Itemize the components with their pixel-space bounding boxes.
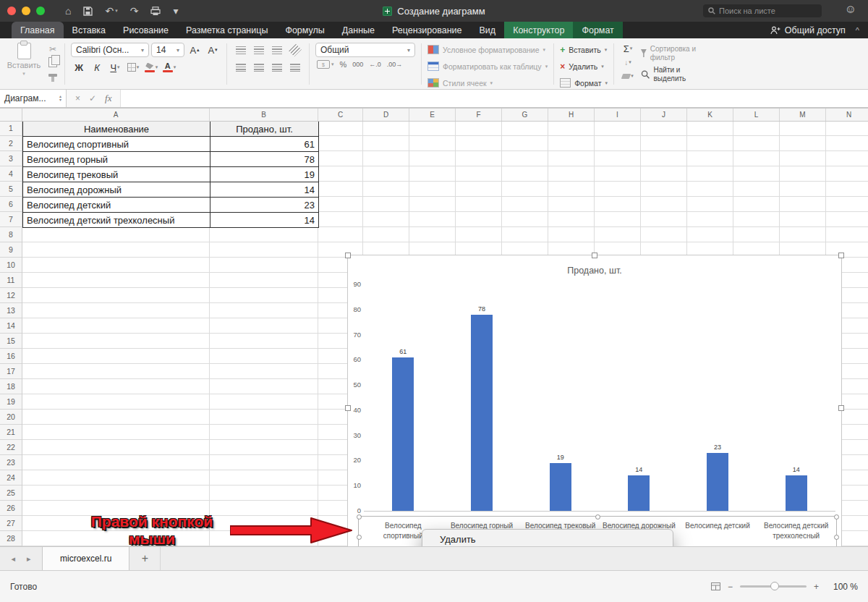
comma-format-button[interactable]: 000 [352,61,363,68]
column-header-B[interactable]: B [210,109,318,121]
cell-name[interactable]: Велосипед дорожный [23,182,210,198]
chart-title[interactable]: Продано, шт. [348,266,841,276]
row-header-27[interactable]: 27 [0,516,22,531]
cell-name[interactable]: Велосипед трековый [23,167,210,182]
next-sheet-icon[interactable]: ▸ [27,554,31,564]
row-header-9[interactable]: 9 [0,242,22,258]
tab-Формулы[interactable]: Формулы [276,22,333,38]
cell-name[interactable]: Велосипед детский [23,198,210,213]
share-button[interactable]: Общий доступ [770,22,856,38]
row-header-1[interactable]: 1 [0,121,22,136]
select-all-corner[interactable] [0,109,22,121]
selection-handle[interactable] [834,535,839,540]
cell-qty[interactable]: 19 [210,167,319,182]
wrap-text-icon[interactable] [287,60,303,75]
redo-icon[interactable]: ↷ [130,5,139,17]
name-box-stepper[interactable]: ▴▾ [59,95,61,102]
row-header-5[interactable]: 5 [0,182,22,197]
insert-cells-button[interactable]: + Вставить ▾ [560,43,608,56]
align-middle-icon[interactable] [251,43,267,57]
paste-button[interactable]: Вставить ▾ [6,43,42,77]
paste-dropdown-icon[interactable]: ▾ [22,71,25,77]
selection-handle[interactable] [345,253,351,258]
cell-qty[interactable]: 14 [210,182,319,198]
search-field[interactable]: Поиск на листе [703,4,822,17]
column-header-K[interactable]: K [687,109,733,121]
tab-Конструктор[interactable]: Конструктор [504,22,573,38]
selection-handle[interactable] [345,405,351,411]
font-size-dropdown-icon[interactable]: ▾ [176,47,179,54]
column-header-E[interactable]: E [409,109,456,121]
zoom-out-button[interactable]: − [728,582,733,592]
cell-qty[interactable]: 61 [210,137,319,152]
zoom-slider[interactable] [740,585,807,588]
name-box[interactable]: Диаграм... ▴▾ [0,90,67,107]
selection-handle[interactable] [357,535,362,540]
feedback-smiley-icon[interactable]: ☺ [845,3,856,16]
row-header-13[interactable]: 13 [0,303,22,318]
row-header-25[interactable]: 25 [0,486,22,501]
cell-name[interactable]: Велосипед горный [23,152,210,167]
bold-button[interactable]: Ж [71,60,87,75]
format-cells-button[interactable]: Формат ▾ [560,76,608,90]
borders-button[interactable]: ▾ [125,60,141,75]
selection-handle[interactable] [595,514,600,520]
align-left-icon[interactable] [233,60,249,75]
increase-decimal-button[interactable]: .00→ [387,61,403,68]
selection-handle[interactable] [834,514,839,520]
column-header-M[interactable]: M [780,109,826,121]
close-window-button[interactable] [7,7,16,15]
row-header-7[interactable]: 7 [0,212,22,227]
tab-Данные[interactable]: Данные [333,22,383,38]
collapse-ribbon-icon[interactable]: ^ [856,22,868,38]
menu-item[interactable]: Удалить [422,533,673,546]
cell-qty[interactable]: 23 [210,198,319,213]
find-select-button[interactable]: Найти и выделить [641,66,702,82]
underline-button[interactable]: Ч▾ [107,60,123,75]
font-size-combo[interactable]: 14 ▾ [151,43,184,57]
tab-Рисование[interactable]: Рисование [114,22,177,38]
cell-qty[interactable]: 78 [210,152,319,167]
home-icon[interactable]: ⌂ [65,5,71,17]
formula-input[interactable] [121,90,868,107]
orientation-icon[interactable] [287,43,303,57]
bar[interactable]: 23 [707,453,728,511]
tab-Разметка страницы[interactable]: Разметка страницы [177,22,276,38]
minimize-window-button[interactable] [22,7,30,15]
row-header-28[interactable]: 28 [0,531,22,546]
copy-icon[interactable] [47,57,59,67]
bar[interactable]: 19 [550,463,571,511]
selection-handle[interactable] [838,405,844,411]
grow-font-button[interactable]: А▴ [187,43,203,57]
row-header-3[interactable]: 3 [0,151,22,166]
row-header-14[interactable]: 14 [0,318,22,334]
column-header-D[interactable]: D [363,109,409,121]
row-header-8[interactable]: 8 [0,227,22,242]
insert-function-icon[interactable]: fx [105,93,111,104]
row-header-17[interactable]: 17 [0,364,22,379]
bar[interactable]: 78 [471,315,493,511]
column-header-I[interactable]: I [595,109,641,121]
row-header-23[interactable]: 23 [0,455,22,470]
format-painter-icon[interactable] [47,70,59,80]
row-header-4[interactable]: 4 [0,166,22,182]
column-header-C[interactable]: C [318,109,363,121]
tab-Рецензирование[interactable]: Рецензирование [383,22,471,38]
row-header-2[interactable]: 2 [0,136,22,151]
bar[interactable]: 14 [786,475,807,511]
cell-name[interactable]: Велосипед детский трехколесный [23,213,210,228]
zoom-value[interactable]: 100 % [826,582,858,592]
sheet-tab[interactable]: microexcel.ru [42,547,129,570]
row-header-15[interactable]: 15 [0,334,22,349]
column-header-A[interactable]: A [22,109,210,121]
clear-button[interactable]: ▾ [620,70,636,82]
prev-sheet-icon[interactable]: ◂ [11,554,15,564]
cut-icon[interactable]: ✂ [47,44,59,54]
column-header-J[interactable]: J [641,109,687,121]
fullscreen-window-button[interactable] [36,7,45,15]
autosum-button[interactable]: Σ▾ [620,43,636,54]
align-top-icon[interactable] [233,43,249,57]
column-header-L[interactable]: L [733,109,780,121]
table-header-cell[interactable]: Продано, шт. [210,122,319,137]
chart[interactable]: Продано, шт. 0102030405060708090 6178191… [347,255,842,561]
